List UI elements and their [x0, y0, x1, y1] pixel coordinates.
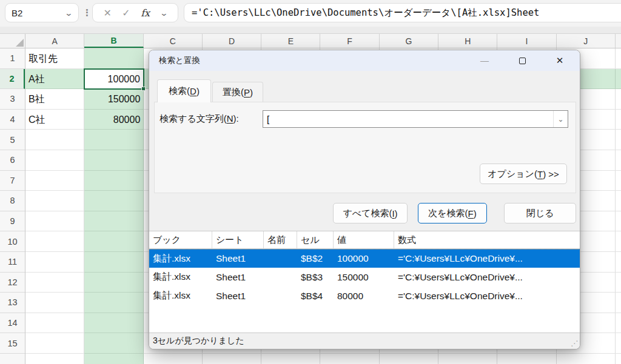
column-header-f[interactable]: F	[320, 34, 379, 48]
status-text: 3セルが見つかりました	[153, 336, 244, 346]
row-header-11[interactable]: 11	[0, 252, 25, 273]
more-options-icon: ⋮	[82, 3, 92, 22]
find-next-button[interactable]: 次を検索(F)	[418, 203, 487, 223]
tab-find-mnemonic: D	[190, 86, 196, 96]
dialog-title: 検索と置換	[159, 55, 200, 66]
tab-replace-mnemonic: P	[244, 87, 250, 98]
results-header-sheet[interactable]: シート	[212, 231, 264, 248]
formula-bar-divider	[0, 27, 621, 34]
results-header-row: ブック シート 名前 セル 値 数式	[149, 231, 580, 249]
column-header-e[interactable]: E	[261, 34, 320, 48]
cell-a4[interactable]: C社	[29, 110, 82, 130]
results-header-formula[interactable]: 数式	[394, 231, 580, 248]
column-headers: A B C D E F G H I J	[0, 34, 621, 48]
column-header-a[interactable]: A	[25, 34, 84, 48]
chevron-down-icon: ⌄	[557, 115, 563, 124]
cancel-icon[interactable]: ✕	[103, 7, 111, 19]
row-header-4[interactable]: 4	[0, 110, 25, 130]
row-header-15[interactable]: 15	[0, 333, 25, 354]
chevron-down-icon[interactable]: ⌄	[64, 9, 73, 17]
row-header-8[interactable]: 8	[0, 191, 25, 211]
excel-window: B2 ⌄ ⋮ ✕ ✓ fx ⌄ ='C:\Users\LLc\OneDrive\…	[0, 0, 621, 364]
dialog-statusbar: 3セルが見つかりました	[149, 333, 580, 349]
row-header-6[interactable]: 6	[0, 150, 25, 171]
cell-a1[interactable]: 取引先	[29, 48, 82, 69]
column-header-i[interactable]: I	[497, 34, 556, 48]
result-row-selected[interactable]: 集計.xlsx Sheet1 $B$2 100000 ='C:¥Users¥LL…	[149, 249, 580, 268]
column-header-j[interactable]: J	[557, 34, 616, 48]
maximize-icon[interactable]	[509, 50, 535, 71]
minimize-icon[interactable]: —	[471, 50, 498, 71]
resize-grip-icon[interactable]: ⋰	[571, 339, 578, 348]
find-all-button[interactable]: すべて検索(I)	[333, 203, 408, 223]
column-header-c[interactable]: C	[144, 34, 203, 48]
enter-icon[interactable]: ✓	[122, 7, 130, 19]
tab-find-label: 検索(	[169, 85, 190, 97]
results-header-value[interactable]: 値	[334, 231, 394, 248]
row-header-13[interactable]: 13	[0, 293, 25, 313]
cell-b4[interactable]: 80000	[84, 110, 140, 130]
search-results-list: ブック シート 名前 セル 値 数式 集計.xlsx Sheet1 $B$2 1…	[149, 231, 580, 334]
results-header-cell[interactable]: セル	[297, 231, 334, 248]
fill-handle[interactable]	[141, 87, 146, 91]
column-header-h[interactable]: H	[438, 34, 497, 48]
tab-replace-label: 置換(	[223, 87, 244, 98]
search-label: 検索する文字列(N):	[159, 113, 239, 125]
find-replace-dialog: 検索と置換 — ✕ 検索(D) 置換(P) 検索する文字列(N): ⌄ オプショ…	[149, 50, 580, 349]
row-header-3[interactable]: 3	[0, 89, 25, 110]
row-header-1[interactable]: 1	[0, 48, 25, 69]
result-row[interactable]: 集計.xlsx Sheet1 $B$3 150000 ='C:¥Users¥LL…	[149, 268, 580, 286]
tab-find[interactable]: 検索(D)	[157, 79, 211, 102]
column-header-d[interactable]: D	[203, 34, 261, 48]
active-cell-value: 100000	[85, 70, 143, 89]
cell-a2[interactable]: A社	[29, 69, 82, 90]
formula-input[interactable]: ='C:\Users\LLc\OneDrive\Documents\オーダーデー…	[184, 3, 621, 22]
row-header-12[interactable]: 12	[0, 273, 25, 293]
row-header-5[interactable]: 5	[0, 130, 25, 150]
insert-function-icon[interactable]: fx	[141, 7, 150, 19]
search-combobox: ⌄	[263, 110, 568, 128]
cell-a3[interactable]: B社	[29, 89, 82, 110]
results-header-name[interactable]: 名前	[264, 231, 297, 248]
row-header-10[interactable]: 10	[0, 231, 25, 252]
close-icon[interactable]: ✕	[546, 50, 573, 71]
tab-replace[interactable]: 置換(P)	[212, 82, 263, 102]
tab-find-label-end: )	[196, 86, 200, 96]
chevron-down-icon[interactable]: ⌄	[159, 9, 168, 17]
close-button[interactable]: 閉じる	[504, 203, 576, 223]
column-header-g[interactable]: G	[380, 34, 438, 48]
formula-text: ='C:\Users\LLc\OneDrive\Documents\オーダーデー…	[192, 7, 539, 19]
row-header-9[interactable]: 9	[0, 211, 25, 232]
name-box-value: B2	[12, 8, 22, 18]
row-header-14[interactable]: 14	[0, 313, 25, 334]
row-headers: 1 2 3 4 5 6 7 8 9 10 11 12 13 14 15	[0, 48, 25, 364]
result-row[interactable]: 集計.xlsx Sheet1 $B$4 80000 ='C:¥Users¥LLc…	[149, 286, 580, 305]
combo-dropdown-button[interactable]: ⌄	[553, 111, 568, 127]
row-header-2-selected[interactable]: 2	[0, 69, 25, 90]
cell-b3[interactable]: 150000	[84, 89, 140, 110]
tab-replace-label-end: )	[250, 87, 253, 98]
results-header-book[interactable]: ブック	[149, 231, 212, 248]
active-cell-b2[interactable]: 100000	[84, 68, 144, 90]
column-header-b-selected[interactable]: B	[84, 34, 143, 48]
formula-bar: B2 ⌄ ⋮ ✕ ✓ fx ⌄ ='C:\Users\LLc\OneDrive\…	[0, 0, 621, 27]
search-input[interactable]	[263, 111, 553, 127]
row-header-7[interactable]: 7	[0, 171, 25, 191]
formula-bar-buttons: ✕ ✓ fx ⌄	[92, 3, 178, 22]
select-all-corner[interactable]	[0, 34, 25, 48]
window-controls: — ✕	[471, 50, 573, 71]
options-button[interactable]: オプション(T) >>	[480, 164, 567, 184]
name-box[interactable]: B2 ⌄	[5, 3, 79, 22]
